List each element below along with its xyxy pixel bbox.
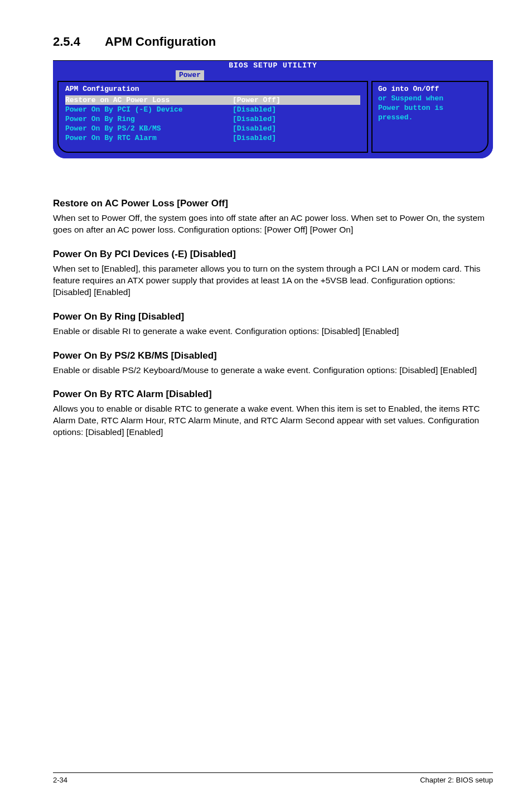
bios-row-key: Restore on AC Power Loss bbox=[65, 95, 233, 105]
bios-row-key: Power On By PCI (-E) Device bbox=[65, 105, 233, 114]
bios-row-val: [Disabled] bbox=[233, 124, 360, 133]
sub-heading: Power On By RTC Alarm [Disabled] bbox=[53, 388, 493, 401]
bios-help-line: Go into On/Off bbox=[378, 84, 482, 94]
body-paragraph: When set to Power Off, the system goes i… bbox=[53, 212, 493, 236]
bios-row-val: [Power Off] bbox=[233, 95, 360, 105]
bios-main-panel: APM Configuration Restore on AC Power Lo… bbox=[57, 81, 368, 153]
sub-heading: Restore on AC Power Loss [Power Off] bbox=[53, 197, 493, 210]
bios-row: Power On By PS/2 KB/MS [Disabled] bbox=[65, 124, 360, 133]
bios-section-title: APM Configuration bbox=[65, 84, 360, 94]
bios-help-line: pressed. bbox=[378, 113, 482, 122]
body-paragraph: When set to [Enabled], this parameter al… bbox=[53, 263, 493, 298]
section-title: APM Configuration bbox=[105, 33, 216, 50]
bios-help-line: or Suspend when bbox=[378, 94, 482, 103]
chapter-label: Chapter 2: BIOS setup bbox=[420, 775, 493, 785]
page-number: 2-34 bbox=[53, 775, 67, 785]
section-number: 2.5.4 bbox=[53, 33, 80, 50]
bios-row-val: [Disabled] bbox=[233, 114, 360, 124]
bios-row-key: Power On By Ring bbox=[65, 114, 233, 124]
bios-row-selected: Restore on AC Power Loss [Power Off] bbox=[65, 95, 360, 105]
body-paragraph: Enable or disable RI to generate a wake … bbox=[53, 326, 493, 337]
bios-help-line: Power button is bbox=[378, 103, 482, 113]
bios-row-key: Power On By RTC Alarm bbox=[65, 133, 233, 143]
bios-tab-bar: Power bbox=[53, 71, 493, 81]
bios-help-panel: Go into On/Off or Suspend when Power but… bbox=[371, 81, 489, 153]
bios-row: Power On By Ring [Disabled] bbox=[65, 114, 360, 124]
body-paragraph: Enable or disable PS/2 Keyboard/Mouse to… bbox=[53, 365, 493, 376]
sub-heading: Power On By PS/2 KB/MS [Disabled] bbox=[53, 350, 493, 363]
bios-row: Power On By RTC Alarm [Disabled] bbox=[65, 133, 360, 143]
bios-tab-power: Power bbox=[176, 70, 204, 80]
page-footer: 2-34 Chapter 2: BIOS setup bbox=[53, 772, 493, 785]
bios-screenshot: BIOS SETUP UTILITY Power APM Configurati… bbox=[53, 60, 493, 159]
sub-heading: Power On By PCI Devices (-E) [Disabled] bbox=[53, 248, 493, 261]
bios-row-val: [Disabled] bbox=[233, 133, 360, 143]
sub-heading: Power On By Ring [Disabled] bbox=[53, 311, 493, 323]
bios-header: BIOS SETUP UTILITY bbox=[53, 61, 493, 71]
bios-row: Power On By PCI (-E) Device [Disabled] bbox=[65, 105, 360, 114]
bios-row-key: Power On By PS/2 KB/MS bbox=[65, 124, 233, 133]
body-paragraph: Allows you to enable or disable RTC to g… bbox=[53, 403, 493, 438]
bios-row-val: [Disabled] bbox=[233, 105, 360, 114]
section-heading: 2.5.4 APM Configuration bbox=[53, 33, 493, 50]
